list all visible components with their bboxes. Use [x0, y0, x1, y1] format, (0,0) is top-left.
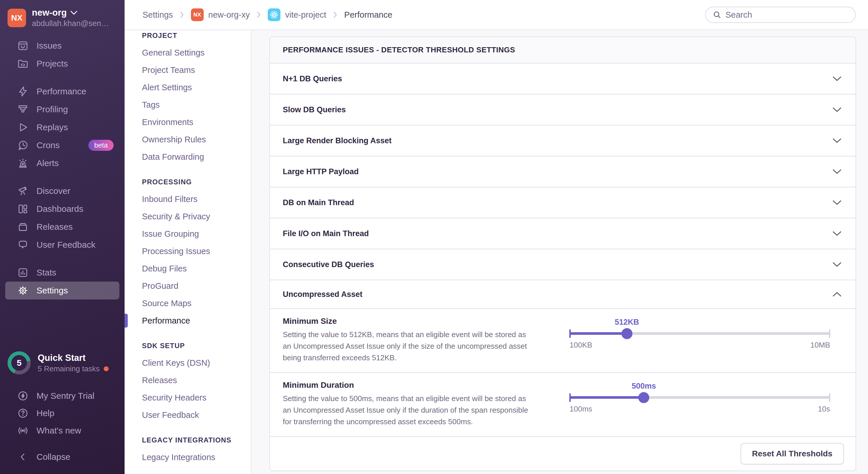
sidebar-item-stats[interactable]: Stats — [5, 264, 119, 281]
subnav-item-tags[interactable]: Tags — [142, 96, 251, 113]
subnav-item-inbound-filters[interactable]: Inbound Filters — [142, 191, 251, 208]
sidebar-item-whats-new[interactable]: What's new — [5, 422, 119, 439]
discover-icon — [17, 185, 29, 197]
detector-row-uncompressed-asset[interactable]: Uncompressed Asset — [270, 280, 856, 309]
org-avatar: NX — [7, 9, 26, 27]
beta-badge: beta — [88, 140, 114, 151]
sidebar-item-label: Issues — [36, 41, 62, 50]
slider-thumb[interactable] — [621, 328, 632, 339]
subnav-item-security-privacy[interactable]: Security & Privacy — [142, 208, 251, 225]
org-name: new-org — [32, 7, 67, 18]
slider-fill — [569, 332, 627, 335]
sidebar-item-discover[interactable]: Discover — [5, 182, 119, 200]
sidebar-item-profiling[interactable]: Profiling — [5, 100, 119, 118]
slider-min-label: 100ms — [569, 405, 592, 413]
top-header-bar: Settings NX new-org-xy vite-project Perf… — [125, 0, 868, 30]
reset-all-thresholds-button[interactable]: Reset All Thresholds — [741, 443, 844, 465]
slider-min-label: 100KB — [569, 341, 592, 349]
breadcrumb: Settings NX new-org-xy vite-project Perf… — [143, 8, 392, 21]
global-search[interactable] — [705, 7, 856, 23]
sidebar-item-label: Help — [36, 408, 55, 418]
org-switcher[interactable]: NX new-org abdullah.khan@sen… — [0, 0, 125, 31]
sidebar-item-crons[interactable]: Crons beta — [5, 136, 119, 154]
subnav-section-heading: SDK SETUP — [142, 337, 251, 354]
projects-icon — [17, 58, 29, 70]
stats-icon — [17, 267, 29, 279]
sidebar-item-performance[interactable]: Performance — [5, 82, 119, 100]
detector-row-n-plus-one-db-queries[interactable]: N+1 DB Queries — [270, 64, 856, 95]
subnav-item-environments[interactable]: Environments — [142, 113, 251, 131]
subnav-item-user-feedback[interactable]: User Feedback — [142, 406, 251, 424]
detector-row-slow-db-queries[interactable]: Slow DB Queries — [270, 95, 856, 126]
chevron-down-icon — [832, 231, 842, 236]
subnav-item-processing-issues[interactable]: Processing Issues — [142, 242, 251, 260]
quick-start-widget[interactable]: 5 Quick Start 5 Remaining tasks — [0, 351, 125, 374]
sidebar-item-label: Projects — [36, 59, 68, 69]
sidebar-item-label: My Sentry Trial — [36, 391, 94, 401]
slider-track[interactable] — [569, 396, 830, 399]
releases-icon — [17, 221, 29, 233]
slider-fill — [569, 396, 644, 399]
sidebar-item-dashboards[interactable]: Dashboards — [5, 200, 119, 218]
detector-row-large-http-payload[interactable]: Large HTTP Payload — [270, 157, 856, 188]
subnav-item-issue-grouping[interactable]: Issue Grouping — [142, 225, 251, 242]
subnav-item-source-maps[interactable]: Source Maps — [142, 295, 251, 312]
detector-row-consecutive-db-queries[interactable]: Consecutive DB Queries — [270, 249, 856, 280]
subnav-item-debug-files[interactable]: Debug Files — [142, 260, 251, 277]
sidebar-item-alerts[interactable]: Alerts — [5, 154, 119, 172]
detector-row-file-io-on-main-thread[interactable]: File I/O on Main Thread — [270, 218, 856, 249]
subnav-item-general-settings[interactable]: General Settings — [142, 44, 251, 61]
sidebar-item-user-feedback[interactable]: User Feedback — [5, 236, 119, 254]
breadcrumb-settings[interactable]: Settings — [143, 10, 173, 20]
subnav-item-ownership-rules[interactable]: Ownership Rules — [142, 131, 251, 148]
sidebar-item-my-sentry-trial[interactable]: My Sentry Trial — [5, 387, 119, 405]
org-email: abdullah.khan@sen… — [32, 19, 109, 28]
sidebar-item-projects[interactable]: Projects — [5, 55, 119, 73]
sidebar-item-label: Collapse — [36, 452, 70, 462]
sidebar-item-label: What's new — [36, 426, 81, 436]
sidebar-item-help[interactable]: Help — [5, 405, 119, 422]
subnav-item-legacy-integrations[interactable]: Legacy Integrations — [142, 448, 251, 466]
sidebar-collapse-button[interactable]: Collapse — [5, 448, 119, 466]
breadcrumb-org[interactable]: NX new-org-xy — [191, 8, 250, 21]
crons-icon — [17, 139, 29, 151]
subnav-item-alert-settings[interactable]: Alert Settings — [142, 79, 251, 96]
minimum-duration-slider[interactable]: 500ms 100ms 10s — [569, 382, 830, 413]
subnav-item-project-teams[interactable]: Project Teams — [142, 61, 251, 79]
subnav-item-client-keys[interactable]: Client Keys (DSN) — [142, 354, 251, 372]
chevron-right-icon — [256, 11, 261, 19]
performance-icon — [17, 86, 29, 98]
breadcrumb-project[interactable]: vite-project — [268, 8, 326, 21]
sidebar-item-settings[interactable]: Settings — [5, 281, 119, 300]
quick-start-subtitle: 5 Remaining tasks — [38, 364, 100, 373]
sidebar-item-replays[interactable]: Replays — [5, 118, 119, 136]
slider-max-tick — [829, 393, 830, 402]
slider-track[interactable] — [569, 332, 830, 335]
chevron-down-icon — [832, 262, 842, 267]
subnav-item-security-headers[interactable]: Security Headers — [142, 389, 251, 406]
detector-row-large-render-blocking-asset[interactable]: Large Render Blocking Asset — [270, 126, 856, 157]
subnav-item-performance[interactable]: Performance — [142, 312, 251, 329]
detector-row-db-on-main-thread[interactable]: DB on Main Thread — [270, 188, 856, 218]
field-description: Setting the value to 512KB, means that a… — [283, 329, 529, 364]
chevron-right-icon — [179, 11, 185, 19]
chevron-down-icon — [832, 169, 842, 174]
app-sidebar: NX new-org abdullah.khan@sen… Issues Pro… — [0, 0, 125, 474]
help-icon — [17, 407, 29, 419]
sidebar-item-issues[interactable]: Issues — [5, 37, 119, 55]
minimum-size-slider[interactable]: 512KB 100KB 10MB — [569, 318, 830, 349]
subnav-item-proguard[interactable]: ProGuard — [142, 277, 251, 295]
subnav-item-releases[interactable]: Releases — [142, 372, 251, 389]
panel-footer: Reset All Thresholds — [270, 437, 856, 471]
sidebar-item-label: Discover — [36, 186, 70, 196]
chevron-left-icon — [17, 451, 29, 463]
subnav-item-data-forwarding[interactable]: Data Forwarding — [142, 148, 251, 166]
sidebar-item-releases[interactable]: Releases — [5, 218, 119, 236]
search-input[interactable] — [725, 10, 848, 20]
subnav-section-heading: LEGACY INTEGRATIONS — [142, 432, 251, 448]
field-description: Setting the value to 500ms, means that a… — [283, 393, 529, 428]
sidebar-item-label: Crons — [36, 140, 60, 150]
slider-thumb[interactable] — [638, 392, 649, 403]
quick-start-count: 5 — [7, 351, 31, 374]
trial-bolt-icon — [17, 390, 29, 402]
